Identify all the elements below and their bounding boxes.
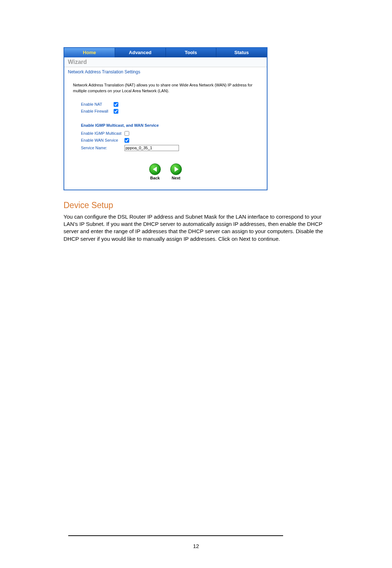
- section-title: Network Address Translation Settings: [64, 67, 267, 76]
- footer-rule: [68, 535, 283, 536]
- tab-tools[interactable]: Tools: [166, 48, 217, 57]
- checkbox-enable-nat[interactable]: [114, 102, 118, 107]
- back-arrow-icon: [149, 163, 161, 175]
- page-number: 12: [0, 543, 392, 549]
- row-enable-wan: Enable WAN Service: [81, 138, 260, 143]
- input-service-name[interactable]: [124, 145, 179, 151]
- row-enable-firewall: Enable Firewall: [81, 109, 260, 114]
- label-enable-igmp: Enable IGMP Multicast: [81, 131, 124, 135]
- next-button[interactable]: Next: [170, 163, 182, 180]
- nat-description: Network Address Translation (NAT) allows…: [73, 82, 258, 94]
- back-label: Back: [150, 176, 160, 180]
- checkbox-enable-igmp[interactable]: [124, 131, 129, 136]
- tab-home[interactable]: Home: [64, 48, 115, 57]
- doc-paragraph: You can configure the DSL Router IP addr…: [64, 213, 325, 243]
- tab-advanced[interactable]: Advanced: [115, 48, 166, 57]
- checkbox-enable-firewall[interactable]: [114, 109, 118, 114]
- document-page: Home Advanced Tools Status Wizard Networ…: [0, 0, 392, 568]
- row-enable-igmp: Enable IGMP Multicast: [81, 131, 260, 136]
- wizard-heading: Wizard: [64, 57, 267, 67]
- igmp-wan-heading: Enable IGMP Multicast, and WAN Service: [81, 123, 260, 127]
- doc-heading-device-setup: Device Setup: [64, 200, 332, 210]
- next-arrow-icon: [170, 163, 182, 175]
- next-label: Next: [172, 176, 180, 180]
- row-enable-nat: Enable NAT: [81, 102, 260, 107]
- router-ui-panel: Home Advanced Tools Status Wizard Networ…: [64, 47, 268, 190]
- label-enable-nat: Enable NAT: [81, 102, 114, 106]
- tab-status[interactable]: Status: [216, 48, 267, 57]
- panel-body: Network Address Translation (NAT) allows…: [64, 76, 267, 190]
- wizard-nav: Back Next: [71, 163, 260, 180]
- row-service-name: Service Name:: [81, 145, 260, 151]
- label-service-name: Service Name:: [81, 146, 124, 150]
- label-enable-firewall: Enable Firewall: [81, 109, 114, 113]
- tab-bar: Home Advanced Tools Status: [64, 48, 267, 57]
- back-button[interactable]: Back: [149, 163, 161, 180]
- checkbox-enable-wan[interactable]: [124, 138, 129, 143]
- label-enable-wan: Enable WAN Service: [81, 138, 124, 142]
